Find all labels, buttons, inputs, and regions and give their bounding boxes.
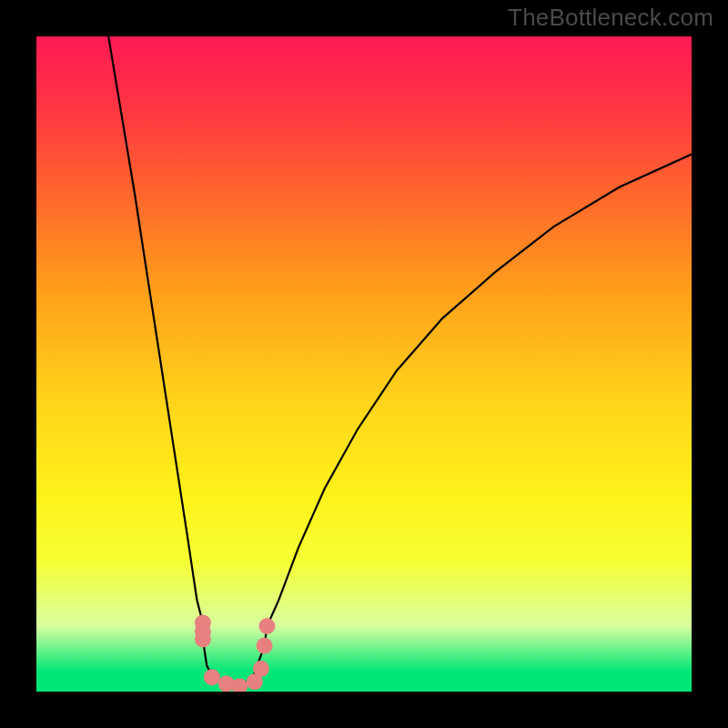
data-marker	[204, 669, 220, 685]
curve-layer	[36, 36, 692, 692]
attribution-label: TheBottleneck.com	[508, 4, 713, 32]
curve-left	[108, 36, 239, 686]
data-marker	[257, 638, 273, 654]
curve-right	[239, 155, 692, 687]
data-marker	[258, 618, 275, 634]
data-marker	[195, 631, 211, 647]
marker-group	[195, 614, 276, 692]
plot-area	[36, 36, 692, 692]
chart-frame: TheBottleneck.com	[0, 0, 728, 728]
data-marker	[253, 661, 269, 677]
